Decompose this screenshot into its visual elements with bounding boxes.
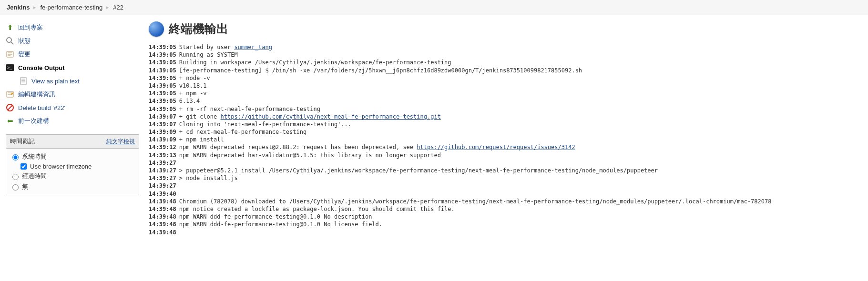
console-timestamp: 14:39:05 (149, 105, 176, 113)
console-text: v10.18.1 (179, 82, 207, 90)
console-link[interactable]: https://github.com/cythilya/next-meal-fe… (221, 113, 441, 120)
breadcrumb-project[interactable]: fe-performance-testing (40, 4, 102, 11)
console-timestamp: 14:39:48 (149, 229, 176, 236)
console-link[interactable]: https://github.com/request/request/issue… (417, 144, 575, 151)
console-line: 14:39:09+ npm install (149, 136, 862, 143)
console-text: Cloning into 'next-meal-fe-performance-t… (179, 120, 351, 128)
timestamp-radio-none[interactable] (12, 184, 19, 191)
sidebar-item-label: 編輯建構資訊 (18, 90, 55, 99)
console-line: 14:39:48npm WARN ddd-fe-performance-test… (149, 213, 862, 221)
console-text: Started by user summer_tang (179, 43, 272, 51)
console-timestamp: 14:39:12 (149, 143, 176, 151)
console-line: 14:39:13npm WARN deprecated har-validato… (149, 151, 862, 159)
console-line: 14:39:07Cloning into 'next-meal-fe-perfo… (149, 120, 862, 128)
console-text: > puppeteer@5.2.1 install /Users/Cythily… (179, 167, 658, 174)
console-timestamp: 14:39:27 (149, 159, 176, 167)
page-title: 終端機輸出 (149, 21, 862, 37)
sidebar: ⬆ 回到專案 狀態 變更 >_ Console Output (6, 21, 139, 236)
console-timestamp: 14:39:27 (149, 174, 176, 182)
timestamp-radio-system[interactable] (12, 154, 19, 161)
console-text: + git clone https://github.com/cythilya/… (179, 113, 441, 120)
svg-text:>_: >_ (7, 65, 12, 70)
console-line: 14:39:05Running as SYSTEM (149, 51, 862, 59)
sidebar-item-editbuild[interactable]: 編輯建構資訊 (6, 88, 139, 101)
console-timestamp: 14:39:27 (149, 182, 176, 190)
console-timestamp: 14:39:48 (149, 198, 176, 205)
console-line: 14:39:27> node install.js (149, 174, 862, 182)
sidebar-item-plaintext[interactable]: View as plain text (6, 74, 139, 88)
console-line: 14:39:40 (149, 190, 862, 198)
document-icon (19, 77, 28, 85)
console-text: Building in workspace /Users/Cythilya/.j… (179, 59, 451, 66)
timestamp-option-elapsed[interactable]: 經過時間 (10, 171, 135, 181)
console-text: npm WARN deprecated har-validator@5.1.5:… (179, 151, 441, 159)
console-timestamp: 14:39:48 (149, 205, 176, 213)
sidebar-item-label: 回到專案 (18, 23, 43, 32)
delete-icon (6, 103, 14, 112)
timestamp-label: 無 (22, 182, 28, 191)
notepad-edit-icon (6, 90, 14, 99)
console-line: 14:39:07+ git clone https://github.com/c… (149, 113, 862, 120)
console-line: 14:39:05Building in workspace /Users/Cyt… (149, 59, 862, 66)
console-timestamp: 14:39:07 (149, 113, 176, 120)
breadcrumb-jenkins[interactable]: Jenkins (7, 4, 30, 11)
console-text: + node -v (179, 74, 210, 82)
console-line: 14:39:48Chromium (782078) downloaded to … (149, 198, 862, 205)
console-text: npm notice created a lockfile as package… (179, 205, 455, 213)
console-output: 14:39:05Started by user summer_tang14:39… (149, 43, 862, 236)
console-timestamp: 14:39:05 (149, 51, 176, 59)
sidebar-item-label: 狀態 (18, 37, 31, 45)
console-timestamp: 14:39:48 (149, 213, 176, 221)
console-line: 14:39:056.13.4 (149, 97, 862, 105)
console-text: Chromium (782078) downloaded to /Users/C… (179, 198, 772, 205)
svg-rect-8 (20, 78, 26, 84)
console-text: > node install.js (179, 174, 238, 182)
sidebar-item-back[interactable]: ⬆ 回到專案 (6, 21, 139, 34)
terminal-icon: >_ (6, 63, 14, 72)
timestamp-option-browser[interactable]: Use browser timezone (10, 162, 135, 171)
console-line: 14:39:05[fe-performance-testing] $ /bin/… (149, 67, 862, 74)
breadcrumb-build[interactable]: #22 (113, 4, 123, 11)
console-timestamp: 14:39:05 (149, 74, 176, 82)
console-text: Running as SYSTEM (179, 51, 238, 59)
sidebar-item-label: View as plain text (31, 78, 80, 85)
sidebar-item-deletebuild[interactable]: Delete build '#22' (6, 101, 139, 114)
sidebar-item-prevbuild[interactable]: ⬅ 前一次建構 (6, 114, 139, 128)
notepad-icon (6, 50, 14, 59)
console-text: + rm -rf next-meal-fe-performance-testin… (179, 105, 320, 113)
breadcrumb: Jenkins ▸ fe-performance-testing ▸ #22 (0, 0, 868, 15)
console-line: 14:39:05+ rm -rf next-meal-fe-performanc… (149, 105, 862, 113)
console-text: 6.13.4 (179, 97, 200, 105)
console-line: 14:39:12npm WARN deprecated request@2.88… (149, 143, 862, 151)
svg-point-0 (7, 38, 11, 42)
console-text: + npm install (179, 136, 224, 143)
console-timestamp: 14:39:40 (149, 190, 176, 198)
timestamp-checkbox-browser[interactable] (20, 163, 27, 170)
svg-line-1 (11, 42, 13, 44)
svg-line-16 (8, 105, 12, 110)
console-timestamp: 14:39:09 (149, 128, 176, 136)
console-line: 14:39:05+ node -v (149, 74, 862, 82)
console-line: 14:39:27> puppeteer@5.2.1 install /Users… (149, 167, 862, 174)
console-line: 14:39:05v10.18.1 (149, 82, 862, 90)
console-timestamp: 14:39:05 (149, 90, 176, 97)
up-arrow-icon: ⬆ (6, 23, 14, 32)
sidebar-item-label: Console Output (18, 64, 65, 71)
sidebar-item-label: 前一次建構 (18, 117, 49, 125)
left-arrow-icon: ⬅ (6, 117, 14, 125)
sidebar-item-status[interactable]: 狀態 (6, 34, 139, 48)
sidebar-item-changes[interactable]: 變更 (6, 48, 139, 61)
console-text: + npm -v (179, 90, 207, 97)
console-text: + cd next-meal-fe-performance-testing (179, 128, 306, 136)
sidebar-item-console[interactable]: >_ Console Output (6, 61, 139, 74)
console-line: 14:39:09+ cd next-meal-fe-performance-te… (149, 128, 862, 136)
timestamp-option-system[interactable]: 系統時間 (10, 151, 135, 162)
console-timestamp: 14:39:05 (149, 82, 176, 90)
timestamp-label: 經過時間 (22, 172, 47, 181)
sidebar-item-label: Delete build '#22' (18, 104, 65, 111)
console-link[interactable]: summer_tang (234, 44, 272, 50)
breadcrumb-sep-icon: ▸ (33, 4, 36, 10)
timestamp-option-none[interactable]: 無 (10, 181, 135, 192)
timestamp-radio-elapsed[interactable] (12, 174, 19, 180)
timestamp-plaintext-link[interactable]: 純文字檢視 (106, 138, 135, 146)
